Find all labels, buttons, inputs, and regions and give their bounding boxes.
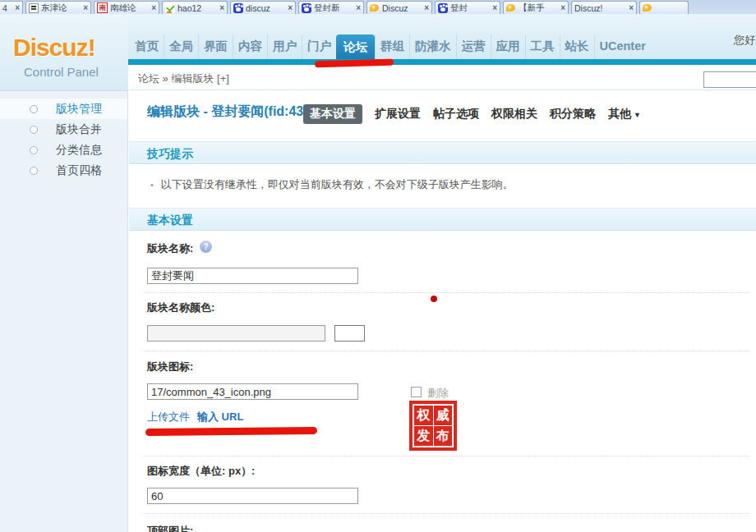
discuz-favicon-icon xyxy=(643,3,652,13)
nan-favicon-icon: 南 xyxy=(97,2,108,13)
teal-divider-bar xyxy=(128,59,756,65)
tip-item: • 以下设置没有继承性，即仅对当前版块有效，不会对下级子版块产生影响。 xyxy=(150,177,514,192)
logo-panel: Discuz! Control Panel xyxy=(0,14,128,90)
sidebar-item-label: 分类信息 xyxy=(56,143,102,158)
user-greeting: 您好, xyxy=(734,33,756,48)
breadcrumb-bar: 论坛 » 编辑版块 [+] xyxy=(128,65,756,90)
browser-tab[interactable]: Discuz × xyxy=(366,1,432,14)
close-icon[interactable]: × xyxy=(219,3,224,12)
browser-tab[interactable]: Discuz! × xyxy=(571,1,637,14)
browser-tab[interactable]: 4 × xyxy=(0,1,23,14)
nav-item-global[interactable]: 全局 xyxy=(164,34,198,59)
forum-name-label: 版块名称: xyxy=(147,241,193,256)
tab-permissions[interactable]: 权限相关 xyxy=(491,104,537,124)
sidebar-item-label: 版块管理 xyxy=(56,102,102,117)
screen: 4 × 东津论 × 南 南雄论 × hao12 × discuz × 登封新 × xyxy=(0,0,756,532)
site-favicon-icon xyxy=(29,3,39,13)
sidebar-item-label: 首页四格 xyxy=(56,163,102,178)
divider xyxy=(144,513,749,514)
browser-tab[interactable] xyxy=(639,1,689,14)
chevron-down-icon: ▼ xyxy=(634,111,641,119)
discuz-logo: Discuz! xyxy=(13,34,95,62)
browser-tab-title: 登封新 xyxy=(314,2,354,14)
divider xyxy=(144,292,749,293)
browser-tab-title: 【新手 xyxy=(519,2,559,14)
browser-tab[interactable]: 登封 × xyxy=(435,1,500,14)
nav-item-ucenter[interactable]: UCenter xyxy=(594,34,651,59)
paw-favicon-icon xyxy=(233,3,243,13)
forum-name-input[interactable] xyxy=(147,268,358,284)
browser-tab[interactable]: 南 南雄论 × xyxy=(94,1,159,14)
tab-credit-policy[interactable]: 积分策略 xyxy=(550,104,596,124)
delete-checkbox[interactable] xyxy=(411,387,422,397)
sidebar-item-forum-manage[interactable]: 版块管理 xyxy=(0,99,127,119)
nav-item-portal[interactable]: 门户 xyxy=(302,34,336,59)
nav-item-content[interactable]: 内容 xyxy=(233,34,267,59)
nav-item-webmaster[interactable]: 站长 xyxy=(560,34,594,59)
upload-file-link[interactable]: 上传文件 xyxy=(147,410,190,424)
close-icon[interactable]: × xyxy=(356,3,361,12)
hao123-favicon-icon xyxy=(165,3,175,13)
nav-item-operation[interactable]: 运营 xyxy=(456,34,491,59)
search-input[interactable] xyxy=(703,71,756,88)
stamp-char: 权 xyxy=(414,406,433,425)
tip-text: 以下设置没有继承性，即仅对当前版块有效，不会对下级子版块产生影响。 xyxy=(161,177,514,192)
nav-item-users[interactable]: 用户 xyxy=(267,34,302,59)
forum-name-color-input[interactable] xyxy=(147,325,325,342)
browser-tab[interactable]: discuz × xyxy=(230,1,296,14)
authority-stamp-icon-preview: 权 威 发 布 xyxy=(409,401,457,451)
sidebar-item-home-grid[interactable]: 首页四格 xyxy=(0,160,127,181)
close-icon[interactable]: × xyxy=(288,3,293,12)
close-icon[interactable]: × xyxy=(424,3,429,12)
color-picker-swatch[interactable] xyxy=(334,325,365,342)
input-url-link[interactable]: 输入 URL xyxy=(197,410,243,424)
main-content: 编辑版块 - 登封要闻(fid:43) 基本设置 扩展设置 帖子选项 权限相关 … xyxy=(129,90,756,532)
browser-tab-title: hao12 xyxy=(177,3,218,13)
circle-bullet-icon xyxy=(30,126,38,134)
tab-extended-settings[interactable]: 扩展设置 xyxy=(375,104,421,124)
browser-tab[interactable]: hao12 × xyxy=(162,1,228,14)
forum-icon-input[interactable] xyxy=(147,383,358,400)
close-icon[interactable]: × xyxy=(629,3,634,12)
icon-width-input[interactable] xyxy=(147,488,358,504)
close-icon[interactable]: × xyxy=(83,3,88,12)
stamp-grid: 权 威 发 布 xyxy=(414,406,452,446)
nav-item-groups[interactable]: 群组 xyxy=(375,34,409,59)
basic-settings-section-header: 基本设置 xyxy=(129,208,756,231)
help-icon[interactable]: ? xyxy=(200,241,212,253)
nav-item-tools[interactable]: 工具 xyxy=(525,34,560,59)
nav-item-apps[interactable]: 应用 xyxy=(491,34,525,59)
sidebar-item-forum-merge[interactable]: 版块合并 xyxy=(0,119,127,140)
divider xyxy=(144,456,749,456)
discuz-favicon-icon xyxy=(370,3,380,13)
close-icon[interactable]: × xyxy=(492,3,497,12)
tab-basic-settings[interactable]: 基本设置 xyxy=(303,104,362,124)
discuz-favicon-icon xyxy=(506,3,516,13)
paw-favicon-icon xyxy=(438,3,448,13)
nav-item-antispam[interactable]: 防灌水 xyxy=(409,34,456,59)
stamp-char: 布 xyxy=(434,426,453,446)
browser-tab-title: 4 xyxy=(2,3,13,13)
browser-tab[interactable]: 登封新 × xyxy=(298,1,364,14)
sidebar-item-category-info[interactable]: 分类信息 xyxy=(0,140,127,160)
top-image-label: 顶部图片: xyxy=(147,524,193,532)
close-icon[interactable]: × xyxy=(15,3,20,12)
nav-item-forum[interactable]: 论坛 xyxy=(336,34,375,59)
browser-tab-title: 登封 xyxy=(450,2,491,14)
browser-tab-title: 南雄论 xyxy=(110,2,150,14)
paw-favicon-icon xyxy=(302,3,311,13)
nav-item-interface[interactable]: 界面 xyxy=(198,34,233,59)
stamp-char: 威 xyxy=(434,406,453,425)
browser-tab-title: discuz xyxy=(246,3,286,13)
close-icon[interactable]: × xyxy=(560,3,565,12)
red-annotation-underline-links xyxy=(145,427,317,436)
browser-tab[interactable]: 东津论 × xyxy=(25,1,91,14)
forum-name-color-label: 版块名称颜色: xyxy=(147,300,214,315)
tab-other[interactable]: 其他▼ xyxy=(608,104,641,124)
bullet-icon: • xyxy=(150,180,154,190)
page-title: 编辑版块 - 登封要闻(fid:43) xyxy=(147,103,308,121)
browser-tab[interactable]: 【新手 × xyxy=(503,1,569,14)
nav-item-home[interactable]: 首页 xyxy=(130,34,164,59)
close-icon[interactable]: × xyxy=(151,3,156,12)
tab-post-options[interactable]: 帖子选项 xyxy=(433,104,479,124)
